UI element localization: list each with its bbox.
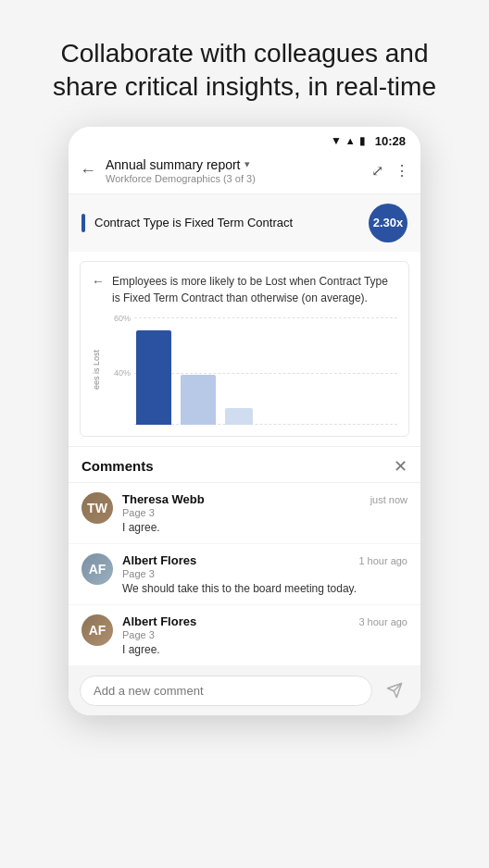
nav-chevron-icon[interactable]: ▾ [244, 158, 250, 170]
avatar: TW [82, 492, 113, 524]
comment-time: 3 hour ago [358, 616, 408, 627]
comment-top: Albert Flores 3 hour ago [122, 614, 408, 628]
comment-text: I agree. [122, 521, 408, 534]
chart-description: Employees is more likely to be Lost when… [112, 273, 397, 306]
comment-text: We should take this to the board meeting… [122, 582, 408, 595]
bar-fixed-term [136, 330, 171, 425]
battery-icon: ▮ [359, 134, 366, 147]
comment-text: I agree. [122, 643, 408, 656]
comments-panel: Comments ✕ TW Theresa Webb just now Page… [69, 446, 420, 715]
commenter-name: Albert Flores [122, 614, 196, 628]
comment-item: TW Theresa Webb just now Page 3 I agree. [69, 483, 420, 544]
comment-time: 1 hour ago [358, 555, 408, 566]
comment-input[interactable] [80, 676, 372, 706]
y-axis-label: ees is Lost [92, 314, 101, 425]
filter-accent-bar [82, 214, 85, 232]
filter-label: Contract Type is Fixed Term Contract [94, 216, 359, 229]
chart-back-arrow[interactable]: ← [92, 274, 105, 289]
comment-page: Page 3 [122, 507, 408, 518]
chart-back-row: ← Employees is more likely to be Lost wh… [92, 273, 397, 306]
filter-badge[interactable]: 2.30x [369, 204, 408, 242]
comment-body: Albert Flores 1 hour ago Page 3 We shoul… [122, 553, 408, 595]
status-icons: ▼ ▲ ▮ [331, 134, 366, 147]
comments-title: Comments [82, 458, 154, 474]
comment-body: Theresa Webb just now Page 3 I agree. [122, 492, 408, 534]
avatar: AF [82, 553, 113, 585]
hero-heading: Collaborate with colleagues and share cr… [0, 0, 489, 127]
top-nav: ← Annual summary report ▾ Workforce Demo… [69, 152, 420, 194]
comment-top: Albert Flores 1 hour ago [122, 553, 408, 567]
nav-subtitle: Workforce Demographics (3 of 3) [106, 173, 371, 184]
comment-page: Page 3 [122, 629, 408, 640]
comment-item: AF Albert Flores 3 hour ago Page 3 I agr… [69, 605, 420, 666]
grid-label-40: 40% [105, 368, 131, 378]
expand-button[interactable]: ⤢ [371, 162, 383, 180]
comment-time: just now [370, 494, 408, 505]
comments-header: Comments ✕ [69, 447, 420, 483]
chart-area: ees is Lost 60% 40% [92, 314, 397, 425]
comment-top: Theresa Webb just now [122, 492, 408, 506]
commenter-name: Albert Flores [122, 553, 196, 567]
signal-icon: ▲ [345, 135, 356, 146]
filter-section: Contract Type is Fixed Term Contract 2.3… [69, 194, 420, 252]
chart-inner: 60% 40% [105, 314, 397, 425]
comment-page: Page 3 [122, 568, 408, 579]
commenter-name: Theresa Webb [122, 492, 205, 506]
more-button[interactable]: ⋮ [395, 162, 409, 180]
avatar: AF [82, 614, 113, 646]
close-comments-button[interactable]: ✕ [394, 458, 408, 475]
bar-avg [225, 408, 253, 425]
comment-item: AF Albert Flores 1 hour ago Page 3 We sh… [69, 544, 420, 605]
nav-title-text: Annual summary report [106, 157, 241, 172]
grid-label-60: 60% [105, 314, 131, 323]
nav-title-group: Annual summary report ▾ Workforce Demogr… [106, 157, 371, 184]
status-bar: ▼ ▲ ▮ 10:28 [69, 127, 420, 152]
bar-other [181, 375, 216, 425]
phone-frame: ▼ ▲ ▮ 10:28 ← Annual summary report ▾ Wo… [69, 127, 420, 715]
bars-container [136, 314, 397, 425]
status-time: 10:28 [375, 134, 406, 148]
comment-input-row [69, 666, 420, 715]
back-button[interactable]: ← [80, 161, 96, 180]
comment-body: Albert Flores 3 hour ago Page 3 I agree. [122, 614, 408, 656]
nav-title: Annual summary report ▾ [106, 157, 371, 172]
wifi-icon: ▼ [331, 134, 342, 147]
nav-actions: ⤢ ⋮ [371, 162, 409, 180]
send-comment-button[interactable] [380, 676, 409, 705]
chart-section: ← Employees is more likely to be Lost wh… [80, 261, 409, 437]
